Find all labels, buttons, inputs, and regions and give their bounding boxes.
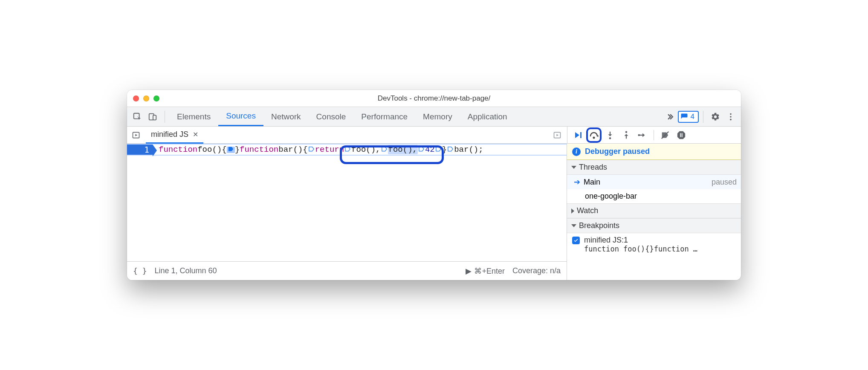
execution-marker-icon — [228, 146, 234, 152]
window-titlebar: DevTools - chrome://new-tab-page/ — [127, 90, 741, 107]
step-into-button-icon[interactable] — [602, 127, 618, 143]
code-content: function foo(){}function bar(){return fo… — [153, 145, 483, 155]
thread-main[interactable]: ➔ Main paused — [567, 175, 741, 189]
paused-label: Debugger paused — [585, 147, 650, 156]
breakpoint-preview: function foo(){}function … — [584, 245, 697, 253]
thread-name: Main — [584, 178, 600, 187]
tab-console[interactable]: Console — [309, 107, 354, 126]
keyword-function: function — [240, 145, 278, 154]
debugger-toolbar-container — [567, 127, 741, 143]
svg-point-14 — [638, 134, 640, 136]
deactivate-breakpoints-icon[interactable] — [657, 127, 673, 143]
tab-performance[interactable]: Performance — [353, 107, 415, 126]
window-title: DevTools - chrome://new-tab-page/ — [127, 94, 741, 103]
inspect-element-icon[interactable] — [130, 109, 145, 124]
device-toggle-icon[interactable] — [145, 109, 160, 124]
content-area: 1 function foo(){}function bar(){return … — [127, 144, 741, 280]
code-call: foo(), — [351, 145, 380, 154]
svg-point-12 — [609, 137, 611, 139]
step-marker-icon — [418, 146, 425, 152]
svg-point-5 — [730, 119, 732, 120]
main-toolbar: Elements Sources Network Console Perform… — [127, 107, 741, 127]
code-editor[interactable]: 1 function foo(){}function bar(){return … — [127, 144, 567, 261]
pretty-print-icon[interactable]: { } — [133, 266, 147, 275]
close-tab-icon[interactable]: ✕ — [193, 130, 198, 139]
window-controls — [133, 95, 159, 101]
secondary-toolbar: minified JS ✕ — [127, 127, 741, 144]
toolbar-separator — [165, 111, 165, 123]
file-tab-minified-js[interactable]: minified JS ✕ — [146, 127, 203, 144]
tab-memory[interactable]: Memory — [415, 107, 460, 126]
step-out-button-icon[interactable] — [619, 127, 634, 143]
debugger-paused-banner: i Debugger paused — [567, 144, 741, 160]
more-tabs-icon[interactable] — [663, 109, 678, 124]
svg-rect-16 — [680, 133, 681, 137]
thread-one-google-bar[interactable]: one-google-bar — [567, 189, 741, 203]
pause-exceptions-icon[interactable] — [674, 127, 689, 143]
coverage-status: Coverage: n/a — [512, 266, 561, 275]
svg-point-11 — [593, 136, 595, 139]
kebab-menu-icon[interactable] — [723, 109, 738, 124]
svg-rect-10 — [580, 132, 582, 138]
step-marker-icon — [308, 146, 315, 152]
section-threads[interactable]: Threads — [567, 160, 741, 175]
keyword-return: return — [315, 145, 344, 154]
thread-status: paused — [712, 178, 737, 187]
toolbar-separator — [703, 111, 703, 123]
minimize-window-button[interactable] — [143, 95, 149, 101]
breakpoint-checkbox[interactable] — [572, 237, 580, 244]
debugger-sidebar: i Debugger paused Threads ➔ Main paused … — [567, 144, 741, 280]
toggle-navigator-icon[interactable] — [130, 129, 142, 142]
close-window-button[interactable] — [133, 95, 139, 101]
paused-marker — [227, 147, 235, 153]
breakpoint-row[interactable]: minified JS:1 function foo(){}function … — [567, 233, 741, 256]
step-marker-icon — [447, 146, 454, 152]
file-tab-label: minified JS — [151, 130, 188, 139]
code-text: } — [235, 145, 240, 154]
section-label: Threads — [579, 163, 607, 172]
cursor-position: Line 1, Column 60 — [155, 266, 217, 275]
code-text: bar(){ — [278, 145, 307, 154]
more-file-tabs-icon[interactable] — [551, 129, 564, 142]
tab-elements[interactable]: Elements — [169, 107, 218, 126]
code-number: 42 — [425, 145, 435, 154]
tab-sources[interactable]: Sources — [218, 107, 263, 126]
current-thread-arrow-icon: ➔ — [574, 177, 580, 187]
svg-rect-17 — [682, 133, 683, 137]
code-call-highlight: foo(), — [388, 145, 418, 154]
code-line-1: 1 function foo(){}function bar(){return … — [127, 144, 567, 156]
step-button-icon[interactable] — [635, 127, 650, 143]
svg-rect-2 — [153, 115, 156, 120]
code-call: bar(); — [454, 145, 483, 154]
svg-point-4 — [730, 116, 732, 118]
step-marker-icon — [381, 146, 388, 152]
file-tab-strip: minified JS ✕ — [127, 127, 567, 143]
chevron-down-icon — [571, 224, 576, 227]
settings-gear-icon[interactable] — [708, 109, 723, 124]
step-over-button-icon[interactable] — [586, 127, 602, 143]
thread-name: one-google-bar — [585, 192, 637, 201]
chevron-down-icon — [571, 166, 576, 169]
svg-marker-9 — [556, 134, 558, 136]
breakpoint-location: minified JS:1 — [584, 236, 697, 245]
maximize-window-button[interactable] — [153, 95, 159, 101]
issues-badge[interactable]: 4 — [678, 111, 699, 123]
step-marker-icon — [435, 146, 442, 152]
tab-application[interactable]: Application — [460, 107, 515, 126]
code-text: foo(){ — [197, 145, 226, 154]
run-snippet-button[interactable]: ▶ ⌘+Enter — [466, 266, 505, 276]
svg-marker-7 — [135, 134, 137, 136]
chevron-right-icon — [571, 208, 574, 214]
section-label: Watch — [577, 206, 598, 215]
line-number[interactable]: 1 — [127, 145, 153, 155]
tab-network[interactable]: Network — [263, 107, 309, 126]
code-text: } — [442, 145, 447, 154]
section-breakpoints[interactable]: Breakpoints — [567, 218, 741, 233]
editor-pane: 1 function foo(){}function bar(){return … — [127, 144, 567, 280]
info-icon: i — [572, 147, 581, 156]
step-marker-icon — [344, 146, 351, 152]
devtools-window: DevTools - chrome://new-tab-page/ Elemen… — [127, 90, 741, 280]
section-watch[interactable]: Watch — [567, 203, 741, 218]
resume-button-icon[interactable] — [570, 127, 585, 143]
svg-point-3 — [730, 113, 732, 115]
